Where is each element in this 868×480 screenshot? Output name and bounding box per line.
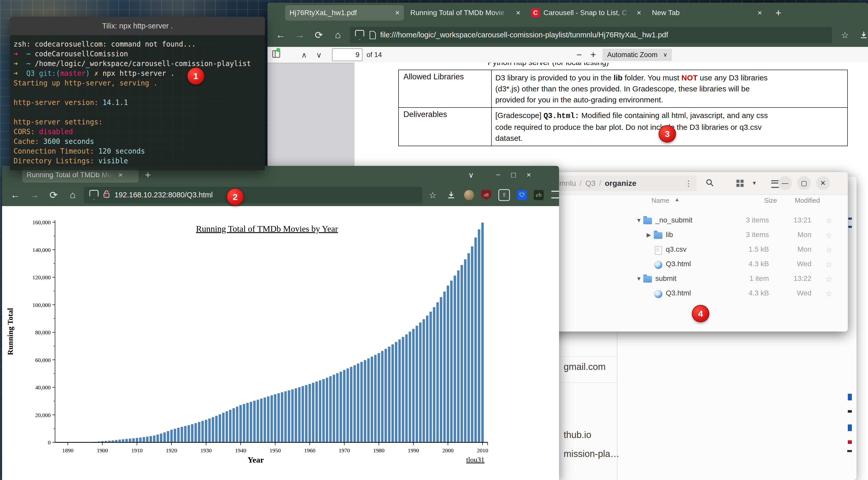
tracking-shield-icon[interactable]	[355, 30, 364, 40]
bar-1987[interactable]	[402, 337, 404, 442]
tab-close-icon[interactable]: ×	[118, 171, 123, 179]
forward-button[interactable]: →	[294, 29, 306, 40]
terminal-body[interactable]: zsh: codecarosuellcom: command not found…	[10, 35, 265, 170]
bar-1981[interactable]	[381, 351, 384, 442]
bar-1976[interactable]	[364, 360, 366, 442]
star-icon[interactable]: ☆	[826, 289, 832, 298]
file-row-Q3.html[interactable]: Q3.html4.3 kBWed☆	[536, 287, 848, 301]
extension-icon[interactable]: ⇧	[498, 189, 510, 201]
new-tab-button[interactable]: +	[775, 7, 781, 19]
bar-1994[interactable]	[426, 316, 429, 442]
menu-icon[interactable]	[551, 191, 559, 200]
bar-1919[interactable]	[167, 431, 169, 442]
bar-1969[interactable]	[340, 372, 342, 442]
bar-1909[interactable]	[132, 438, 135, 442]
bar-1922[interactable]	[177, 428, 180, 442]
list-tabs-chevron-icon[interactable]: ∨	[468, 171, 474, 179]
folder-options-kebab-icon[interactable]: ⋮	[685, 179, 692, 188]
bar-1941[interactable]	[243, 404, 246, 442]
close-button[interactable]: ×	[527, 171, 531, 179]
tab-new-tab[interactable]: New Tab×	[648, 5, 766, 20]
bar-1940[interactable]	[239, 405, 242, 442]
bar-1990[interactable]	[412, 329, 415, 442]
bar-1983[interactable]	[388, 347, 391, 442]
tab-running-total-of-tmdb-mo[interactable]: Running Total of TMDb Movie×	[406, 5, 525, 20]
bar-1944[interactable]	[253, 401, 256, 442]
bar-1917[interactable]	[160, 433, 162, 442]
bar-1918[interactable]	[163, 432, 166, 442]
bar-1908[interactable]	[129, 439, 131, 442]
bar-2006[interactable]	[467, 253, 470, 442]
reload-button[interactable]: ⟳	[313, 29, 325, 41]
bar-1938[interactable]	[232, 408, 235, 442]
reload-button[interactable]: ⟳	[48, 189, 60, 201]
star-icon[interactable]: ☆	[826, 231, 832, 240]
bar-1968[interactable]	[336, 373, 339, 442]
bar-1925[interactable]	[188, 425, 190, 442]
files-column-headers[interactable]: Name ▲ Size Modified	[536, 197, 848, 207]
bar-1951[interactable]	[277, 393, 280, 442]
breadcrumb-organize[interactable]: organize	[605, 179, 637, 188]
bitwarden-icon[interactable]: 🛡	[517, 190, 527, 200]
bar-1912[interactable]	[143, 437, 145, 442]
minimize-button[interactable]: −	[496, 171, 500, 179]
bar-1952[interactable]	[281, 392, 283, 442]
bar-1955[interactable]	[291, 389, 294, 442]
tab-close-icon[interactable]: ×	[395, 8, 400, 17]
bar-1905[interactable]	[119, 440, 121, 442]
bar-2005[interactable]	[464, 259, 467, 442]
bar-1960[interactable]	[308, 384, 311, 442]
bar-1966[interactable]	[329, 376, 332, 442]
bar-1992[interactable]	[419, 323, 422, 442]
bar-1995[interactable]	[430, 311, 432, 442]
bar-1979[interactable]	[374, 355, 377, 442]
bar-1939[interactable]	[236, 407, 239, 442]
star-icon[interactable]: ☆	[826, 245, 832, 254]
bar-1956[interactable]	[294, 388, 297, 442]
tab-carousell-snap-to-list-c[interactable]: CCarousell - Snap to List, C×	[527, 5, 645, 20]
bar-1991[interactable]	[416, 326, 418, 442]
file-row-q3.csv[interactable]: q3.csv1.5 kBMon☆	[536, 243, 848, 257]
main-menu-icon[interactable]	[771, 180, 779, 189]
maximize-button[interactable]: ▢	[797, 176, 811, 190]
bar-1996[interactable]	[433, 307, 435, 442]
bar-1949[interactable]	[271, 395, 273, 442]
bar-1957[interactable]	[298, 387, 301, 442]
bar-1978[interactable]	[371, 357, 373, 442]
bar-1947[interactable]	[264, 397, 266, 442]
bar-1914[interactable]	[150, 436, 152, 442]
back-button[interactable]: ←	[275, 29, 287, 40]
zoom-in-button[interactable]: +	[591, 50, 596, 60]
forward-button[interactable]: →	[28, 189, 40, 201]
file-row-_no_submit[interactable]: ▼_no_submit3 items13:21☆	[536, 213, 848, 228]
url-bar[interactable]: file:///home/logic/_workspace/carousell-…	[350, 27, 832, 43]
tab-hj76rtyxal-hw1-pdf[interactable]: Hj76RtyXaL_hw1.pdf×	[285, 5, 404, 20]
bar-2001[interactable]	[450, 280, 453, 442]
bar-1924[interactable]	[184, 426, 187, 442]
minimize-button[interactable]: —	[778, 176, 792, 190]
bar-2003[interactable]	[457, 270, 460, 442]
bar-1959[interactable]	[305, 385, 308, 442]
maximize-button[interactable]: □	[511, 171, 516, 179]
bar-1907[interactable]	[125, 439, 128, 442]
bar-1993[interactable]	[423, 319, 425, 442]
zoom-select[interactable]: Automatic Zoom∨	[602, 49, 672, 61]
prev-page-button[interactable]: ∧	[301, 51, 307, 59]
bar-1964[interactable]	[322, 379, 325, 442]
bar-1985[interactable]	[395, 342, 398, 442]
grid-view-icon[interactable]	[737, 180, 744, 188]
bookmark-star-icon[interactable]: ☆	[841, 30, 849, 40]
expander-icon[interactable]: ▶	[647, 232, 651, 238]
bar-1984[interactable]	[392, 344, 394, 442]
sidebar-toggle-icon[interactable]	[272, 50, 281, 60]
bar-1962[interactable]	[315, 382, 318, 442]
file-row-submit[interactable]: ▼submit1 item13:22☆	[536, 272, 848, 287]
bar-1910[interactable]	[136, 438, 138, 442]
bar-1988[interactable]	[405, 334, 408, 442]
zoom-out-button[interactable]: −	[577, 50, 582, 60]
bar-1937[interactable]	[229, 410, 231, 442]
expander-icon[interactable]: ▼	[636, 275, 642, 282]
bar-1997[interactable]	[436, 302, 439, 442]
login-item[interactable]: gmail.com	[564, 361, 606, 372]
bar-1977[interactable]	[367, 358, 370, 442]
